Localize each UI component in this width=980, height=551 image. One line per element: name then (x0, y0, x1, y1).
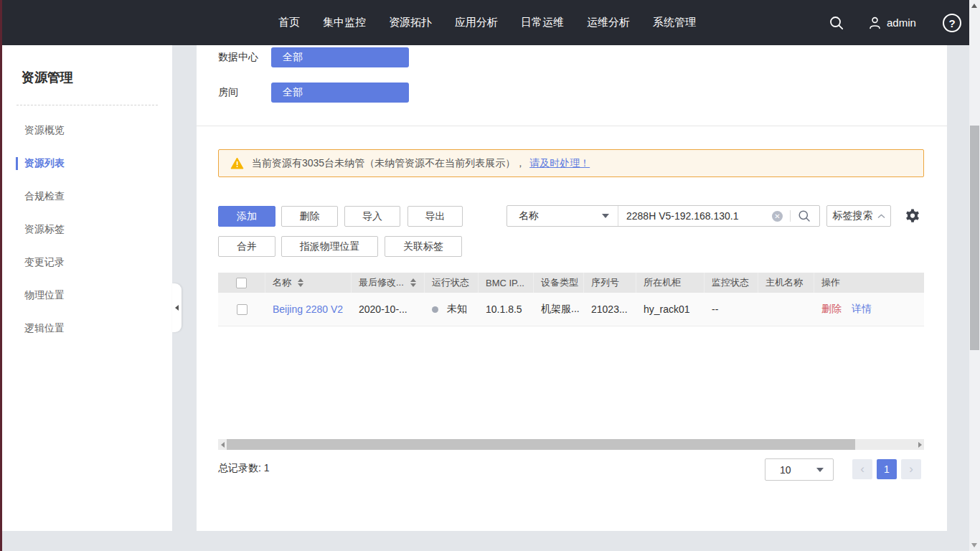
page-1-button[interactable]: 1 (877, 459, 897, 479)
scroll-up-arrow[interactable] (971, 4, 977, 8)
search-field-value: 名称 (519, 209, 602, 222)
submit-search-icon[interactable] (798, 209, 811, 222)
column-label: 主机名称 (765, 276, 803, 289)
sidebar-item-label: 资源列表 (24, 157, 65, 170)
sidebar-divider (17, 105, 158, 105)
select-all-cell (218, 273, 265, 293)
sort-icon[interactable] (298, 278, 303, 287)
column-settings-button[interactable] (901, 205, 924, 227)
nav-item-topology[interactable]: 资源拓扑 (389, 16, 432, 29)
sidebar-item-physical-location[interactable]: 物理位置 (2, 279, 172, 312)
search-field-select[interactable]: 名称 (507, 206, 618, 226)
row-checkbox[interactable] (237, 304, 248, 315)
run-status-value: 未知 (447, 303, 467, 316)
search-bar: 名称 ✕ (507, 205, 820, 227)
table-header: 名称 最后修改... 运行状态 BMC IP... 设备类型 序列号 所在机柜 … (218, 273, 924, 293)
row-delete-link[interactable]: 删除 (821, 303, 842, 316)
scroll-down-arrow[interactable] (971, 543, 977, 547)
sidebar-item-label: 资源概览 (24, 124, 65, 137)
vertical-scrollbar (969, 0, 980, 551)
datacenter-label: 数据中心 (218, 51, 271, 64)
horizontal-scrollbar (218, 439, 924, 450)
column-label: 监控状态 (712, 276, 749, 289)
column-header-monitor-status: 监控状态 (705, 273, 758, 293)
delete-button[interactable]: 删除 (281, 206, 338, 227)
vertical-scrollbar-thumb[interactable] (970, 126, 979, 350)
main-menu: 首页 集中监控 资源拓扑 应用分析 日常运维 运维分析 系统管理 (278, 0, 696, 45)
column-header-name[interactable]: 名称 (265, 273, 352, 293)
resource-name-link[interactable]: Beijing 2280 V2 (273, 303, 343, 315)
column-header-modified[interactable]: 最后修改... (352, 273, 425, 293)
tag-search-button[interactable]: 标签搜索 (826, 205, 891, 227)
nav-item-app-analysis[interactable]: 应用分析 (455, 16, 498, 29)
datacenter-filter-button[interactable]: 全部 (271, 47, 409, 67)
cell-actions: 删除 详情 (814, 293, 924, 326)
help-icon[interactable]: ? (943, 14, 961, 32)
cell-name: Beijing 2280 V2 (265, 293, 352, 326)
page-size-select[interactable]: 10 (765, 458, 834, 481)
chevron-down-icon (816, 468, 824, 472)
nav-item-system-mgmt[interactable]: 系统管理 (653, 16, 696, 29)
add-button[interactable]: 添加 (218, 206, 275, 227)
sidebar-item-logical-location[interactable]: 逻辑位置 (2, 312, 172, 345)
sidebar-item-change-records[interactable]: 变更记录 (2, 246, 172, 279)
merge-button[interactable]: 合并 (218, 236, 275, 257)
export-button[interactable]: 导出 (407, 206, 463, 227)
gear-icon (904, 207, 921, 225)
search-input[interactable] (618, 210, 772, 222)
column-label: 所在机柜 (644, 276, 681, 289)
top-nav: 首页 集中监控 资源拓扑 应用分析 日常运维 运维分析 系统管理 admin ? (0, 0, 969, 45)
window-left-edge (0, 0, 2, 551)
row-select-cell (218, 293, 265, 326)
filter-panel: 数据中心 全部 房间 全部 (197, 45, 947, 126)
sidebar-item-compliance-check[interactable]: 合规检查 (2, 180, 172, 213)
user-menu[interactable]: admin (868, 0, 916, 45)
tag-search-label: 标签搜索 (833, 209, 873, 222)
cell-run-status: 未知 (425, 293, 479, 326)
cabinet-value: hy_rack01 (644, 303, 690, 315)
handle-now-link[interactable]: 请及时处理！ (529, 157, 590, 170)
cell-monitor-status: -- (705, 293, 758, 326)
nav-item-home[interactable]: 首页 (278, 16, 300, 29)
user-icon (868, 16, 882, 30)
search-icon[interactable] (829, 15, 844, 34)
select-all-checkbox[interactable] (236, 278, 247, 288)
room-filter-button[interactable]: 全部 (271, 83, 409, 103)
filter-row-datacenter: 数据中心 全部 (218, 47, 409, 67)
room-label: 房间 (218, 86, 271, 99)
sidebar-item-resource-overview[interactable]: 资源概览 (2, 114, 172, 147)
sort-icon[interactable] (410, 278, 416, 287)
prev-page-button[interactable]: ‹ (852, 459, 872, 479)
nav-item-ops-analysis[interactable]: 运维分析 (587, 16, 630, 29)
import-button[interactable]: 导入 (344, 206, 400, 227)
clear-search-icon[interactable]: ✕ (772, 211, 783, 222)
sidebar-collapse-handle[interactable] (172, 283, 182, 332)
warning-message: 当前资源有3035台未纳管（未纳管资源不在当前列表展示）， (252, 157, 525, 170)
associate-tag-button[interactable]: 关联标签 (385, 236, 462, 257)
column-label: BMC IP... (486, 278, 524, 288)
scroll-left-arrow[interactable] (218, 439, 227, 450)
nav-item-monitoring[interactable]: 集中监控 (323, 16, 366, 29)
horizontal-scrollbar-thumb[interactable] (227, 439, 855, 450)
chevron-down-icon (602, 214, 609, 218)
nav-item-daily-ops[interactable]: 日常运维 (521, 16, 564, 29)
cell-serial: 21023... (584, 293, 636, 326)
sidebar-item-resource-list[interactable]: 资源列表 (2, 147, 172, 180)
column-label: 操作 (821, 276, 840, 289)
cell-device-type: 机架服... (534, 293, 584, 326)
sidebar-item-label: 资源标签 (24, 223, 65, 236)
column-label: 设备类型 (541, 276, 578, 289)
sidebar-item-label: 逻辑位置 (24, 322, 65, 335)
status-dot-icon (432, 306, 438, 313)
row-detail-link[interactable]: 详情 (852, 303, 872, 316)
sidebar-item-resource-tags[interactable]: 资源标签 (2, 213, 172, 246)
assign-physical-location-button[interactable]: 指派物理位置 (281, 236, 378, 257)
column-header-cabinet: 所在机柜 (636, 273, 705, 293)
filter-row-room: 房间 全部 (218, 83, 409, 103)
next-page-button[interactable]: › (901, 459, 921, 479)
scroll-right-arrow[interactable] (915, 439, 924, 450)
device-type-value: 机架服... (541, 303, 580, 316)
username-label: admin (887, 17, 916, 29)
search-divider (790, 210, 791, 222)
table-row: Beijing 2280 V2 2020-10-... 未知 10.1.8.5 … (218, 293, 924, 326)
